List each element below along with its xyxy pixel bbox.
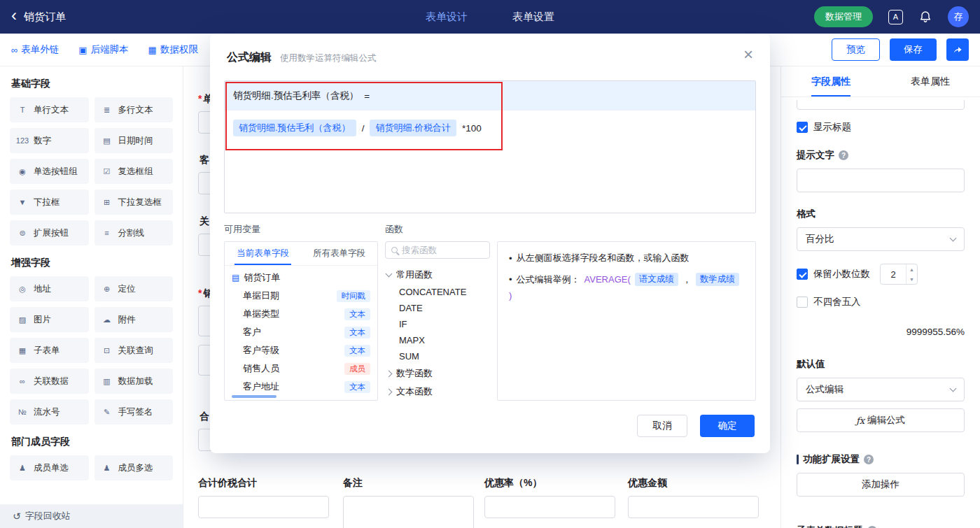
palette-item[interactable]: ▼下拉框 (10, 190, 89, 215)
stepper-down-icon[interactable]: ▼ (906, 274, 917, 284)
function-search-box[interactable] (385, 241, 490, 259)
palette-item[interactable]: ▥数据加载 (94, 369, 174, 394)
add-action-button[interactable]: 添加操作 (797, 473, 965, 497)
palette-item[interactable]: ⊕定位 (94, 276, 174, 301)
subform-data-title: 子表单数据标题 ? (797, 525, 965, 528)
functions-label: 函数 (385, 223, 403, 236)
hint-input[interactable] (797, 169, 965, 192)
hint-label: 提示文字? (797, 149, 965, 162)
palette-item[interactable]: ☑复选框组 (94, 159, 174, 184)
variable-item[interactable]: 客户文本 (225, 323, 377, 341)
backend-script-link[interactable]: ▣ 后端脚本 (78, 43, 128, 56)
function-item[interactable]: IF (385, 316, 490, 332)
help-icon[interactable]: ? (864, 455, 874, 464)
chevron-right-icon (386, 388, 393, 395)
field-type-icon: ∞ (15, 377, 29, 385)
tab-form-properties[interactable]: 表单属性 (881, 66, 980, 97)
functions-panel: 常用函数 CONCATENATE DATE IF MAPX SUM 数学函数 文… (385, 241, 490, 401)
tab-current-form-fields[interactable]: 当前表单字段 (225, 242, 301, 265)
palette-item[interactable]: ▦子表单 (10, 338, 89, 363)
form-external-link[interactable]: ∞ 表单外链 (11, 43, 59, 56)
title-input[interactable] (797, 100, 965, 110)
data-permission-link[interactable]: ▦ 数据权限 (148, 43, 198, 56)
save-button[interactable]: 保存 (890, 38, 937, 61)
variable-item[interactable]: 单据类型文本 (225, 305, 377, 323)
tab-all-form-fields[interactable]: 所有表单字段 (301, 242, 377, 265)
canvas-field-label: 客 (198, 154, 209, 166)
field-type-icon: ◎ (15, 285, 29, 294)
palette-item[interactable]: ⊡关联查询 (94, 338, 174, 363)
field-type-icon: ▤ (100, 136, 114, 145)
no-rounding-checkbox[interactable]: 不四舍五入 (797, 296, 965, 308)
variable-item[interactable]: 销售人员成员 (225, 359, 377, 378)
form-root-node[interactable]: ▤ 销货订单 (225, 266, 377, 287)
edit-formula-button[interactable]: ƒx 编辑公式 (797, 408, 965, 432)
function-group[interactable]: 数学函数 (385, 364, 490, 383)
tab-field-properties[interactable]: 字段属性 (781, 66, 881, 97)
palette-item[interactable]: ≡分割线 (94, 220, 174, 245)
field-chip[interactable]: 销货明细.预估毛利（含税） (233, 120, 356, 136)
palette-item[interactable]: ☁附件 (94, 307, 174, 332)
decimal-stepper[interactable]: 2 ▲ ▼ (880, 264, 918, 285)
share-button[interactable] (946, 38, 969, 61)
palette-item[interactable]: ◎地址 (10, 276, 89, 301)
language-icon[interactable]: A (888, 10, 903, 24)
close-icon[interactable]: × (743, 46, 753, 63)
palette-item[interactable]: 123数字 (10, 128, 89, 153)
type-tag: 时间戳 (337, 290, 371, 302)
function-item[interactable]: DATE (385, 300, 490, 316)
modal-title: 公式编辑 (227, 50, 272, 65)
checkbox-checked-icon[interactable] (797, 269, 808, 280)
field-type-icon: ⊜ (15, 229, 29, 238)
canvas-field-input[interactable] (628, 496, 759, 518)
show-title-checkbox[interactable]: 显示标题 (797, 121, 965, 134)
avatar[interactable]: 存 (948, 6, 969, 27)
palette-item[interactable]: ≣多行文本 (94, 97, 174, 122)
function-item[interactable]: MAPX (385, 332, 490, 348)
back-icon[interactable]: ‹ (11, 7, 17, 24)
format-preview-value: 9999955.56% (797, 327, 965, 337)
palette-item[interactable]: ∞关联数据 (10, 369, 89, 394)
tab-form-settings[interactable]: 表单设置 (512, 10, 554, 24)
field-type-icon: ≡ (100, 229, 114, 237)
function-item[interactable]: CONCATENATE (385, 284, 490, 300)
function-search-input[interactable] (402, 245, 484, 255)
palette-item[interactable]: ✎手写签名 (94, 399, 174, 424)
function-item[interactable]: SUM (385, 348, 490, 364)
palette-item[interactable]: T单行文本 (10, 97, 89, 122)
canvas-field-input[interactable] (484, 496, 615, 518)
notification-icon[interactable] (918, 10, 932, 24)
tab-form-design[interactable]: 表单设计 (426, 10, 468, 24)
preview-button[interactable]: 预览 (832, 38, 880, 61)
recycle-icon: ↺ (13, 511, 21, 522)
link-label: 后端脚本 (91, 43, 129, 56)
palette-item[interactable]: ◉单选按钮组 (10, 159, 89, 184)
variable-item[interactable]: 单据日期时间戳 (225, 287, 377, 305)
palette-item[interactable]: №流水号 (10, 399, 89, 424)
palette-item[interactable]: ♟成员多选 (94, 455, 174, 480)
canvas-field-input[interactable] (198, 496, 329, 518)
palette-item[interactable]: ▤日期时间 (94, 128, 174, 153)
stepper-up-icon[interactable]: ▲ (906, 264, 917, 274)
format-select[interactable]: 百分比 (797, 227, 965, 251)
canvas-field-input[interactable] (343, 496, 474, 528)
confirm-button[interactable]: 确定 (700, 415, 755, 437)
chevron-down-icon (386, 271, 393, 278)
cancel-button[interactable]: 取消 (637, 415, 687, 437)
palette-item[interactable]: ▨图片 (10, 307, 89, 332)
function-group[interactable]: 常用函数 (385, 266, 490, 284)
formula-editor-area[interactable]: 销货明细.预估毛利率（含税） = 销货明细.预估毛利（含税） / 销货明细.价税… (224, 80, 756, 213)
data-manage-button[interactable]: 数据管理 (814, 6, 873, 27)
palette-item[interactable]: ⊜扩展按钮 (10, 220, 89, 245)
link-icon: ∞ (11, 45, 18, 55)
variable-item[interactable]: 客户等级文本 (225, 341, 377, 359)
field-chip[interactable]: 销货明细.价税合计 (370, 120, 456, 136)
palette-item[interactable]: ♟成员单选 (10, 455, 89, 480)
help-icon[interactable]: ? (839, 150, 848, 160)
variable-item[interactable]: 客户地址文本 (225, 378, 377, 396)
function-group[interactable]: 文本函数 (385, 383, 490, 401)
palette-item[interactable]: ⊞下拉复选框 (94, 190, 174, 215)
default-value-select[interactable]: 公式编辑 (797, 378, 965, 401)
recycle-bin[interactable]: ↺ 字段回收站 (0, 504, 183, 528)
scrollbar-thumb[interactable] (232, 395, 276, 398)
